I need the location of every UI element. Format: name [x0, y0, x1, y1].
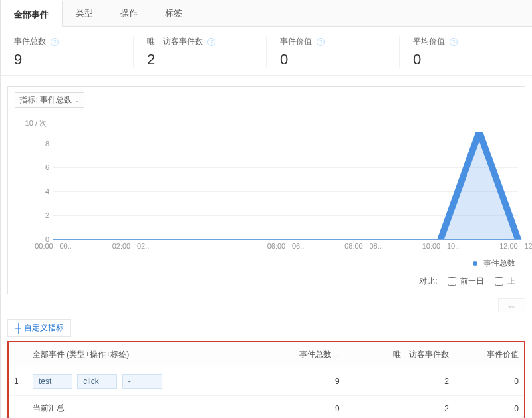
kpi-row: 事件总数 ? 9 唯一访客事件数 ? 2 事件价值 ? 0 平均价值 ? 0 — [1, 27, 532, 76]
col-total-label: 事件总数 — [299, 350, 331, 359]
table-summary-row: 当前汇总 9 2 0 — [9, 396, 524, 419]
kpi-label: 事件价值 ? — [280, 36, 386, 47]
tabs-bar: 全部事件 类型 操作 标签 — [1, 0, 532, 27]
kpi-label-text: 平均价值 — [413, 37, 445, 46]
col-index — [9, 342, 27, 367]
chart-panel: 指标: 事件总数 ⌄ 10 / 次 02468 00:00 - 00..02:0… — [7, 86, 525, 294]
custom-metric-label: 自定义指标 — [24, 322, 64, 334]
summary-uv: 2 — [345, 396, 454, 419]
x-ticks: 00:00 - 00..02:00 - 02..06:00 - 06..08:0… — [53, 242, 518, 253]
metric-select-label: 指标: — [19, 94, 37, 106]
info-icon[interactable]: ? — [317, 38, 325, 46]
row-index: 1 — [9, 367, 27, 396]
kpi-value: 9 — [14, 51, 120, 68]
tag-action[interactable]: click — [77, 374, 117, 389]
kpi-label: 平均价值 ? — [413, 36, 519, 47]
tab-type[interactable]: 类型 — [63, 0, 107, 26]
kpi-unique-visitor-events: 唯一访客事件数 ? 2 — [134, 36, 267, 68]
tag-type[interactable]: test — [33, 374, 72, 389]
y-axis-title: 10 / 次 — [25, 118, 47, 128]
table-row[interactable]: 1 test click - 9 2 0 — [9, 367, 524, 396]
kpi-avg-value: 平均价值 ? 0 — [400, 36, 532, 68]
kpi-value: 2 — [147, 51, 253, 68]
summary-index — [9, 396, 27, 419]
col-total[interactable]: 事件总数 ↓ — [261, 342, 344, 367]
legend-series-label: 事件总数 — [483, 259, 515, 268]
compare-prev-day-checkbox[interactable] — [448, 277, 456, 286]
events-table: 全部事件 (类型+操作+标签) 事件总数 ↓ 唯一访客事件数 事件价值 1 te… — [9, 342, 524, 418]
kpi-event-value: 事件价值 ? 0 — [267, 36, 400, 68]
row-uv: 2 — [345, 367, 454, 396]
compare-prev-period-label: 上 — [507, 276, 515, 286]
kpi-total-events: 事件总数 ? 9 — [1, 36, 134, 68]
chart-svg — [53, 120, 518, 239]
col-uv[interactable]: 唯一访客事件数 — [345, 342, 454, 367]
sort-desc-icon: ↓ — [336, 351, 340, 358]
summary-total: 9 — [261, 396, 344, 419]
tab-label[interactable]: 标签 — [152, 0, 196, 26]
info-icon[interactable]: ? — [51, 38, 59, 46]
tab-action[interactable]: 操作 — [107, 0, 152, 26]
chevron-down-icon: ⌄ — [74, 96, 80, 104]
tag-label[interactable]: - — [122, 374, 162, 389]
summary-label: 当前汇总 — [27, 396, 261, 419]
row-total: 9 — [261, 367, 344, 396]
kpi-label-text: 事件价值 — [280, 37, 312, 46]
table-highlight-frame: 全部事件 (类型+操作+标签) 事件总数 ↓ 唯一访客事件数 事件价值 1 te… — [7, 341, 525, 418]
info-icon[interactable]: ? — [450, 38, 458, 46]
kpi-value: 0 — [413, 51, 519, 68]
row-value: 0 — [454, 367, 524, 396]
compare-prev-day[interactable]: 前一日 — [448, 276, 487, 286]
compare-label: 对比: — [419, 276, 437, 286]
summary-value: 0 — [454, 396, 524, 419]
kpi-label-text: 唯一访客事件数 — [147, 37, 203, 46]
kpi-label-text: 事件总数 — [14, 37, 46, 46]
compare-prev-period-checkbox[interactable] — [495, 277, 503, 286]
compare-prev-period[interactable]: 上 — [495, 276, 515, 286]
pulse-icon: ╫ — [15, 323, 21, 333]
collapse-bar: ︽ — [7, 298, 525, 312]
row-event-tags: test click - — [27, 367, 261, 396]
custom-metric-button[interactable]: ╫ 自定义指标 — [7, 319, 71, 337]
compare-row: 对比: 前一日 上 — [15, 276, 518, 287]
col-value[interactable]: 事件价值 — [454, 342, 524, 367]
kpi-label: 唯一访客事件数 ? — [147, 36, 253, 47]
collapse-button[interactable]: ︽ — [498, 298, 525, 312]
chart-area: 10 / 次 02468 00:00 - 00..02:00 - 02..06:… — [53, 120, 518, 239]
custom-metric-wrap: ╫ 自定义指标 — [7, 319, 525, 337]
metric-select[interactable]: 指标: 事件总数 ⌄ — [15, 92, 84, 108]
col-event-name[interactable]: 全部事件 (类型+操作+标签) — [27, 342, 261, 367]
tab-all-events[interactable]: 全部事件 — [1, 0, 63, 27]
kpi-value: 0 — [280, 51, 386, 68]
metric-select-value: 事件总数 — [40, 94, 72, 106]
chart-legend: 事件总数 — [15, 258, 515, 269]
info-icon[interactable]: ? — [207, 38, 215, 46]
compare-prev-day-label: 前一日 — [460, 276, 484, 286]
legend-dot-icon — [473, 261, 477, 266]
kpi-label: 事件总数 ? — [14, 36, 120, 47]
